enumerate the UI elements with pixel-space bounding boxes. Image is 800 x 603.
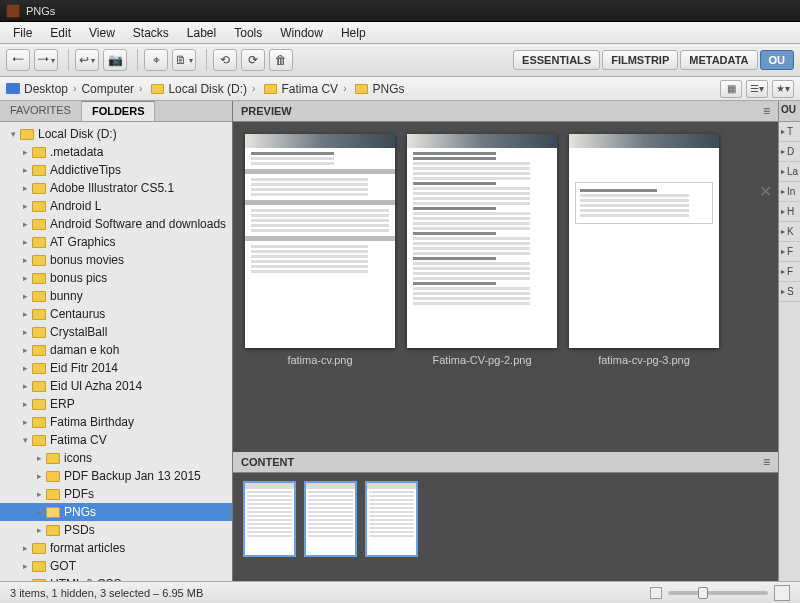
- folder-local-disk-d-[interactable]: ▾Local Disk (D:): [0, 125, 232, 143]
- expand-arrow-icon[interactable]: ▸: [20, 183, 30, 193]
- right-panel-item[interactable]: ▸D: [779, 142, 800, 162]
- slider-track[interactable]: [668, 591, 768, 595]
- expand-arrow-icon[interactable]: ▾: [20, 435, 30, 445]
- folder-erp[interactable]: ▸ERP: [0, 395, 232, 413]
- expand-arrow-icon[interactable]: ▸: [20, 165, 30, 175]
- slider-knob[interactable]: [698, 587, 708, 599]
- expand-arrow-icon[interactable]: ▸: [20, 327, 30, 337]
- menu-edit[interactable]: Edit: [41, 23, 80, 43]
- right-panel-item[interactable]: ▸T: [779, 122, 800, 142]
- folder-adobe-illustrator-cs5-1[interactable]: ▸Adobe Illustrator CS5.1: [0, 179, 232, 197]
- breadcrumb-item[interactable]: Local Disk (D:): [168, 82, 247, 96]
- expand-arrow-icon[interactable]: ▸: [20, 309, 30, 319]
- folder-pngs[interactable]: ▸PNGs: [0, 503, 232, 521]
- expand-arrow-icon[interactable]: ▸: [34, 507, 44, 517]
- chevron-right-icon[interactable]: ›: [343, 83, 346, 94]
- folder-at-graphics[interactable]: ▸AT Graphics: [0, 233, 232, 251]
- expand-arrow-icon[interactable]: ▸: [20, 561, 30, 571]
- folder-bonus-pics[interactable]: ▸bonus pics: [0, 269, 232, 287]
- tab-favorites[interactable]: FAVORITES: [0, 101, 82, 121]
- folder-centaurus[interactable]: ▸Centaurus: [0, 305, 232, 323]
- expand-arrow-icon[interactable]: ▸: [34, 453, 44, 463]
- right-panel-item[interactable]: ▸K: [779, 222, 800, 242]
- expand-arrow-icon[interactable]: ▸: [34, 471, 44, 481]
- expand-arrow-icon[interactable]: ▸: [20, 363, 30, 373]
- rotate-ccw-button[interactable]: ⟲: [213, 49, 237, 71]
- folder-android-l[interactable]: ▸Android L: [0, 197, 232, 215]
- menu-label[interactable]: Label: [178, 23, 225, 43]
- expand-arrow-icon[interactable]: ▸: [20, 273, 30, 283]
- nav-forward-button[interactable]: ⭢: [34, 49, 58, 71]
- right-panel-item[interactable]: ▸S: [779, 282, 800, 302]
- folder-icons[interactable]: ▸icons: [0, 449, 232, 467]
- breadcrumb-item[interactable]: PNGs: [372, 82, 404, 96]
- folder-fatima-birthday[interactable]: ▸Fatima Birthday: [0, 413, 232, 431]
- nav-back-button[interactable]: ⭠: [6, 49, 30, 71]
- expand-arrow-icon[interactable]: ▸: [20, 255, 30, 265]
- view-thumbnails-button[interactable]: ▦: [720, 80, 742, 98]
- folder-android-software-and-downloads[interactable]: ▸Android Software and downloads: [0, 215, 232, 233]
- folder-daman-e-koh[interactable]: ▸daman e koh: [0, 341, 232, 359]
- menu-tools[interactable]: Tools: [225, 23, 271, 43]
- expand-arrow-icon[interactable]: ▸: [20, 291, 30, 301]
- folder-bunny[interactable]: ▸bunny: [0, 287, 232, 305]
- folder-pdf-backup-jan-13-2015[interactable]: ▸PDF Backup Jan 13 2015: [0, 467, 232, 485]
- folder-pdfs[interactable]: ▸PDFs: [0, 485, 232, 503]
- close-icon[interactable]: ✕: [759, 182, 772, 201]
- folder-format-articles[interactable]: ▸format articles: [0, 539, 232, 557]
- expand-arrow-icon[interactable]: ▸: [20, 219, 30, 229]
- preview-page[interactable]: [407, 134, 557, 348]
- menu-window[interactable]: Window: [271, 23, 332, 43]
- workspace-output[interactable]: OU: [760, 50, 795, 70]
- preview-page[interactable]: [569, 134, 719, 348]
- folder-eid-fitr-2014[interactable]: ▸Eid Fitr 2014: [0, 359, 232, 377]
- expand-arrow-icon[interactable]: ▸: [20, 237, 30, 247]
- expand-arrow-icon[interactable]: ▸: [20, 417, 30, 427]
- folder-crystalball[interactable]: ▸CrystalBall: [0, 323, 232, 341]
- folder--metadata[interactable]: ▸.metadata: [0, 143, 232, 161]
- right-panel-item[interactable]: ▸F: [779, 242, 800, 262]
- expand-arrow-icon[interactable]: ▸: [34, 489, 44, 499]
- content-thumbnail[interactable]: [365, 481, 418, 557]
- panel-menu-icon[interactable]: ≡: [763, 455, 770, 469]
- chevron-right-icon[interactable]: ›: [252, 83, 255, 94]
- expand-arrow-icon[interactable]: ▸: [34, 525, 44, 535]
- folder-fatima-cv[interactable]: ▾Fatima CV: [0, 431, 232, 449]
- tab-folders[interactable]: FOLDERS: [82, 101, 156, 121]
- expand-arrow-icon[interactable]: ▸: [20, 543, 30, 553]
- expand-arrow-icon[interactable]: ▸: [20, 345, 30, 355]
- expand-arrow-icon[interactable]: ▸: [20, 147, 30, 157]
- expand-arrow-icon[interactable]: ▾: [8, 129, 18, 139]
- content-body[interactable]: [233, 473, 778, 581]
- reveal-recent-button[interactable]: ↩: [75, 49, 99, 71]
- folder-addictivetips[interactable]: ▸AddictiveTips: [0, 161, 232, 179]
- workspace-filmstrip[interactable]: FILMSTRIP: [602, 50, 678, 70]
- content-thumbnail[interactable]: [243, 481, 296, 557]
- menu-help[interactable]: Help: [332, 23, 375, 43]
- workspace-essentials[interactable]: ESSENTIALS: [513, 50, 600, 70]
- preview-body[interactable]: ✕ fatima-cv.pngFatima-CV-pg-2.pngfatima-…: [233, 122, 778, 452]
- folder-psds[interactable]: ▸PSDs: [0, 521, 232, 539]
- panel-menu-icon[interactable]: ≡: [763, 104, 770, 118]
- thumb-small-icon[interactable]: [650, 587, 662, 599]
- get-photos-button[interactable]: 📷: [103, 49, 127, 71]
- menu-file[interactable]: File: [4, 23, 41, 43]
- expand-arrow-icon[interactable]: ▸: [20, 381, 30, 391]
- breadcrumb-item[interactable]: Desktop: [24, 82, 68, 96]
- right-panel-item[interactable]: ▸In: [779, 182, 800, 202]
- right-panel-item[interactable]: ▸F: [779, 262, 800, 282]
- menu-stacks[interactable]: Stacks: [124, 23, 178, 43]
- sort-button[interactable]: ★▾: [772, 80, 794, 98]
- breadcrumb-item[interactable]: Computer: [81, 82, 134, 96]
- view-details-button[interactable]: ☰▾: [746, 80, 768, 98]
- folder-eid-ul-azha-2014[interactable]: ▸Eid Ul Azha 2014: [0, 377, 232, 395]
- expand-arrow-icon[interactable]: ▸: [20, 399, 30, 409]
- thumb-large-icon[interactable]: [774, 585, 790, 601]
- preview-page[interactable]: [245, 134, 395, 348]
- content-thumbnail[interactable]: [304, 481, 357, 557]
- workspace-metadata[interactable]: METADATA: [680, 50, 757, 70]
- expand-arrow-icon[interactable]: ▸: [20, 201, 30, 211]
- trash-button[interactable]: 🗑: [269, 49, 293, 71]
- rotate-cw-button[interactable]: ⟳: [241, 49, 265, 71]
- refine-button[interactable]: ⌖: [144, 49, 168, 71]
